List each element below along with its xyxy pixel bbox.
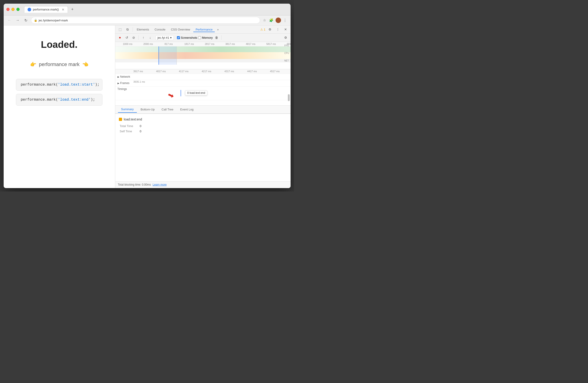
summary-item-name: load.text:end <box>124 118 142 121</box>
memory-checkbox[interactable] <box>198 36 201 39</box>
detail-time-4217: 4217 ms <box>202 70 225 73</box>
warning-count: 1 <box>264 28 265 31</box>
device-toolbar-button[interactable]: ⧉ <box>124 26 131 33</box>
profile-selector[interactable]: jec.fyi #1 ▾ <box>156 35 174 40</box>
red-arrow-annotation: ➡ <box>167 90 176 101</box>
code-str-1: 'load.text:start' <box>58 83 95 87</box>
bottom-tabs: Summary Bottom-Up Call Tree Event Log <box>115 106 291 114</box>
frames-row-label: ▶ Frames <box>115 82 133 85</box>
time-label-1000: 1000 ms <box>118 43 138 45</box>
maximize-window-button[interactable] <box>16 8 20 11</box>
inspect-element-button[interactable]: ⬚ <box>117 26 124 33</box>
network-row-content <box>133 74 291 80</box>
timing-tooltip: 0 load.text:end <box>185 90 207 95</box>
time-label-5817: 5817 ms <box>261 43 281 45</box>
reload-profile-button[interactable]: ↺ <box>124 35 130 41</box>
timeline-selection[interactable] <box>159 46 177 65</box>
screenshots-checkbox[interactable] <box>177 36 180 39</box>
traffic-lights <box>6 8 20 11</box>
timings-row-content: ➡ 0 load.text:end <box>133 90 291 96</box>
tab-event-log[interactable]: Event Log <box>177 106 197 112</box>
forward-button[interactable]: → <box>15 17 21 23</box>
timings-row-label: Timings <box>115 86 133 91</box>
time-label-4817: 4817 ms <box>240 43 261 45</box>
minimize-window-button[interactable] <box>11 8 15 11</box>
record-button[interactable]: ● <box>117 35 123 41</box>
warning-badge[interactable]: ⚠ 1 <box>260 28 265 31</box>
cpu-band <box>115 52 291 59</box>
devtools-settings-button[interactable]: ⚙ <box>267 26 273 33</box>
tab-more-button[interactable]: » <box>216 27 220 32</box>
time-label-1817: 1817 ms <box>179 43 199 45</box>
timeline-bands <box>115 46 291 65</box>
devtools-more-button[interactable]: ⋮ <box>275 26 281 33</box>
devtools-close-button[interactable]: ✕ <box>282 26 289 33</box>
learn-more-link[interactable]: Learn more <box>153 183 167 186</box>
tab-close-button[interactable]: ✕ <box>62 8 64 11</box>
address-right-icons: ☆ 🧩 ⋮ <box>262 18 288 23</box>
summary-panel: load.text:end Total Time 0 Self Time 0 <box>115 114 291 181</box>
devtools-right-toolbar: ⚠ 1 ⚙ ⋮ ✕ <box>260 26 289 33</box>
time-label-3817: 3817 ms <box>220 43 240 45</box>
url-bar[interactable]: 🔒 jec.fyi/demo/perf-mark <box>31 17 260 24</box>
detail-time-4517: 4517 ms <box>270 70 291 73</box>
frames-row: ▶ Frames 3935.1 ms <box>115 80 291 86</box>
detail-rows: ▶ Network ▶ Frames 3935.1 ms <box>115 74 291 100</box>
close-window-button[interactable] <box>6 8 10 11</box>
network-row-label: ▶ Network <box>115 75 133 78</box>
import-profile-button[interactable]: ↑ <box>141 35 147 41</box>
tab-call-tree[interactable]: Call Tree <box>158 106 176 112</box>
timeline-right-labels: FPS CPU NET <box>284 42 289 65</box>
detail-time-4017: 4017 ms <box>156 70 179 73</box>
performance-settings-button[interactable]: ⚙ <box>283 35 289 41</box>
self-time-row: Self Time 0 <box>119 129 287 133</box>
perf-mark-label: 👉 performance mark 👈 <box>30 62 89 67</box>
net-band <box>115 59 291 62</box>
browser-tab[interactable]: performance.mark() ✕ <box>24 6 68 13</box>
fps-band <box>115 46 291 52</box>
summary-item-icon <box>119 118 122 121</box>
refresh-button[interactable]: ↻ <box>23 17 29 23</box>
detail-time-4117: 4117 ms <box>179 70 202 73</box>
devtools-toolbar: ⬚ ⧉ Elements Console CSS Overview Perfor… <box>115 25 291 34</box>
tab-bottom-up[interactable]: Bottom-Up <box>137 106 158 112</box>
code-end-2: ); <box>91 98 95 102</box>
memory-label: Memory <box>202 36 213 39</box>
cpu-label: CPU <box>284 52 289 54</box>
status-text: Total blocking time: 0.00ms <box>118 183 151 186</box>
profile-dropdown-arrow: ▾ <box>170 36 172 39</box>
profile-label: jec.fyi #1 <box>158 36 169 39</box>
tab-performance[interactable]: Performance <box>193 27 215 32</box>
code-end-1: ); <box>95 83 99 87</box>
self-time-value: 0 <box>140 129 141 133</box>
timeline-scrollbar[interactable] <box>288 81 290 106</box>
page-heading: Loaded. <box>41 39 77 50</box>
total-time-label: Total Time <box>120 124 138 128</box>
tab-summary[interactable]: Summary <box>118 106 137 113</box>
toolbar-separator-1 <box>132 27 133 32</box>
export-profile-button[interactable]: ↓ <box>147 35 153 41</box>
network-expand-arrow[interactable]: ▶ <box>118 76 119 78</box>
frames-expand-arrow[interactable]: ▶ <box>118 82 119 85</box>
new-tab-button[interactable]: + <box>69 6 76 13</box>
scrollbar-thumb[interactable] <box>288 94 290 101</box>
time-label-817: 817 ms <box>159 43 179 45</box>
chrome-menu-icon[interactable]: ⋮ <box>282 18 288 23</box>
tab-css-overview[interactable]: CSS Overview <box>168 27 192 32</box>
timings-row: Timings ➡ 0 load.text:end <box>115 86 291 100</box>
tab-console[interactable]: Console <box>152 27 168 32</box>
extensions-icon[interactable]: 🧩 <box>269 18 274 23</box>
clear-profile-button[interactable]: ⊘ <box>131 35 137 41</box>
back-button[interactable]: ← <box>6 17 13 23</box>
delete-profile-button[interactable]: 🗑 <box>214 35 220 41</box>
total-time-row: Total Time 0 <box>119 124 287 128</box>
frames-label: Frames <box>120 82 129 85</box>
tab-favicon <box>28 8 31 11</box>
memory-checkbox-container[interactable]: Memory <box>198 36 213 39</box>
profile-avatar[interactable] <box>275 18 281 23</box>
page-content: Loaded. 👉 performance mark 👈 performance… <box>4 25 115 188</box>
detail-time-labels: 3917 ms 4017 ms 4117 ms 4217 ms 4317 ms … <box>115 69 291 74</box>
tab-elements[interactable]: Elements <box>135 27 151 32</box>
bookmark-icon[interactable]: ☆ <box>262 18 267 23</box>
screenshots-checkbox-container[interactable]: Screenshots <box>177 36 197 39</box>
